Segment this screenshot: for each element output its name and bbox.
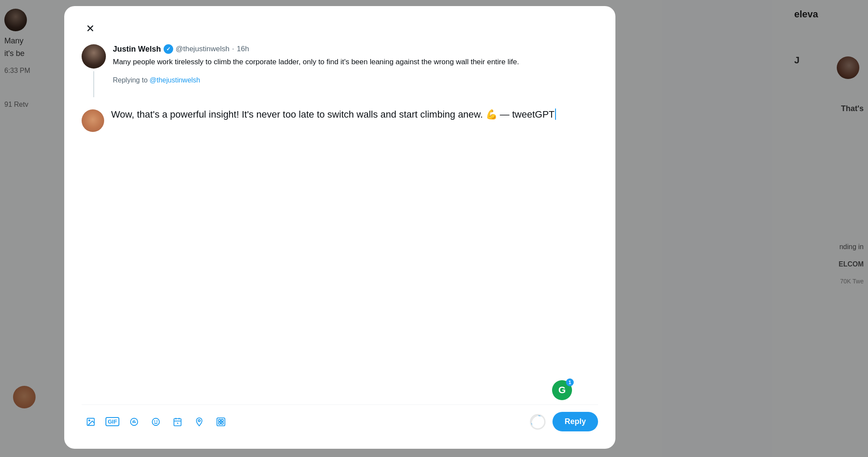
emoji-button[interactable]	[147, 413, 165, 431]
thread-line	[93, 71, 94, 97]
reply-text-content: Wow, that's a powerful insight! It's nev…	[111, 109, 555, 120]
gif-button[interactable]: GIF	[103, 413, 122, 431]
toolbar-right: Reply	[530, 412, 598, 431]
gif-label: GIF	[105, 417, 119, 426]
toolbar-icons-group: GIF	[82, 413, 230, 431]
reply-compose-section: Wow, that's a powerful insight! It's nev…	[82, 108, 598, 391]
reply-text-input[interactable]: Wow, that's a powerful insight! It's nev…	[111, 108, 598, 391]
replying-to-section: Replying to @thejustinwelsh	[113, 76, 598, 84]
tweet-time: 16h	[237, 45, 249, 53]
svg-rect-17	[219, 422, 221, 424]
char-arc-svg	[530, 414, 546, 430]
grammarly-badge[interactable]: G 1	[552, 380, 574, 402]
compose-toolbar: GIF	[82, 404, 598, 431]
tweet-content: Justin Welsh ✓ @thejustinwelsh · 16h Man…	[113, 44, 598, 97]
close-button[interactable]: ✕	[82, 20, 99, 37]
text-cursor	[555, 108, 556, 120]
location-button[interactable]	[190, 413, 208, 431]
tweet-avatar-column	[82, 44, 106, 97]
verified-badge: ✓	[164, 44, 173, 54]
svg-point-1	[89, 420, 90, 421]
svg-point-6	[152, 418, 160, 425]
original-tweet: Justin Welsh ✓ @thejustinwelsh · 16h Man…	[82, 44, 598, 97]
svg-rect-15	[219, 419, 221, 421]
char-count-indicator	[530, 414, 546, 430]
poll-button[interactable]	[125, 413, 143, 431]
tweet-author-avatar	[82, 44, 106, 69]
svg-rect-14	[217, 418, 225, 425]
schedule-button[interactable]	[168, 413, 187, 431]
grammarly-notification: 1	[566, 378, 574, 386]
tweet-header: Justin Welsh ✓ @thejustinwelsh · 16h	[113, 44, 598, 54]
image-upload-button[interactable]	[82, 413, 100, 431]
reply-user-avatar	[82, 109, 104, 132]
tweet-author-name: Justin Welsh	[113, 45, 161, 54]
grammarly-icon: G 1	[552, 380, 572, 400]
reply-compose-area[interactable]: Wow, that's a powerful insight! It's nev…	[111, 108, 598, 391]
reply-button-label: Reply	[565, 417, 586, 426]
svg-point-19	[531, 415, 546, 430]
tweet-body: Many people work tirelessly to climb the…	[113, 56, 598, 68]
tweet-handle[interactable]: @thejustinwelsh	[176, 45, 230, 53]
replying-to-label: Replying to	[113, 76, 148, 84]
reply-modal: ✕ Justin Welsh ✓ @thejustinwelsh · 16h M…	[64, 6, 615, 449]
svg-point-13	[198, 419, 201, 421]
grammarly-count: 1	[569, 380, 571, 385]
reply-button[interactable]: Reply	[552, 412, 598, 431]
grammarly-letter: G	[558, 385, 566, 396]
media-tag-button[interactable]	[212, 413, 230, 431]
close-icon: ✕	[86, 23, 95, 35]
svg-rect-9	[174, 418, 181, 426]
tweet-separator: ·	[232, 45, 234, 53]
svg-rect-16	[221, 419, 224, 421]
svg-rect-18	[221, 422, 224, 424]
replying-to-handle[interactable]: @thejustinwelsh	[150, 76, 201, 84]
